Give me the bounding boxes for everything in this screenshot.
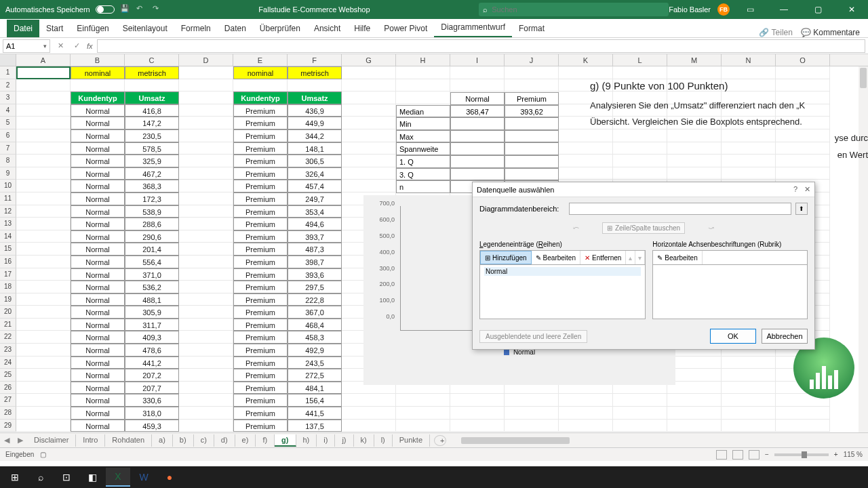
cell[interactable] xyxy=(71,79,125,92)
app-icon-1[interactable]: ◧ xyxy=(80,468,104,487)
cell[interactable] xyxy=(722,407,776,420)
cell[interactable]: 478,6 xyxy=(125,344,179,357)
cell[interactable] xyxy=(559,407,613,420)
cell[interactable] xyxy=(667,420,722,432)
cell[interactable] xyxy=(396,407,450,420)
cell[interactable] xyxy=(179,319,233,331)
cell[interactable] xyxy=(16,256,71,268)
cell[interactable]: Premium xyxy=(233,256,288,268)
tab-hilfe[interactable]: Hilfe xyxy=(347,20,377,37)
cell[interactable] xyxy=(776,167,830,180)
cell[interactable]: 222,8 xyxy=(288,293,342,306)
cell[interactable]: 288,6 xyxy=(125,218,179,230)
sheet-tab[interactable]: i) xyxy=(317,434,335,447)
view-layout-icon[interactable] xyxy=(732,450,743,460)
cell[interactable]: Premium xyxy=(233,104,288,117)
cell[interactable] xyxy=(667,369,722,382)
cell[interactable]: Normal xyxy=(71,142,125,155)
cell[interactable]: metrisch xyxy=(125,66,179,79)
cell[interactable]: Premium xyxy=(233,243,288,256)
cell[interactable]: Umsatz xyxy=(125,92,179,104)
col-n[interactable]: N xyxy=(722,54,776,66)
col-k[interactable]: K xyxy=(559,54,613,66)
cell[interactable] xyxy=(125,79,179,92)
cell[interactable]: Normal xyxy=(71,192,125,205)
cell[interactable] xyxy=(16,92,71,104)
col-j[interactable]: J xyxy=(505,54,559,66)
cell[interactable] xyxy=(505,79,559,92)
cell[interactable]: 468,4 xyxy=(288,319,342,331)
row-header[interactable]: 21 xyxy=(0,319,16,331)
cell[interactable]: 393,6 xyxy=(288,268,342,281)
cell[interactable] xyxy=(179,104,233,117)
cell[interactable] xyxy=(16,407,71,420)
col-d[interactable]: D xyxy=(179,54,233,66)
col-c[interactable]: C xyxy=(125,54,179,66)
edit-axis-button[interactable]: ✎Bearbeiten xyxy=(653,251,702,264)
tab-format[interactable]: Format xyxy=(512,20,551,37)
cell[interactable] xyxy=(342,66,396,79)
search-input[interactable] xyxy=(492,5,665,14)
cell[interactable] xyxy=(16,66,71,79)
series-list[interactable]: Normal xyxy=(479,265,646,319)
cell[interactable] xyxy=(342,407,396,420)
tab-seitenlayout[interactable]: Seitenlayout xyxy=(116,20,174,37)
cell[interactable]: Premium xyxy=(233,306,288,319)
row-header[interactable]: 12 xyxy=(0,205,16,218)
tab-ansicht[interactable]: Ansicht xyxy=(307,20,347,37)
cell[interactable]: Premium xyxy=(233,369,288,382)
cell[interactable]: Normal xyxy=(71,218,125,230)
stats-val[interactable] xyxy=(505,155,559,168)
cell[interactable]: Premium xyxy=(233,331,288,344)
sheet-tab[interactable]: b) xyxy=(173,434,194,447)
stats-label[interactable]: Max xyxy=(396,130,450,143)
stats-val[interactable] xyxy=(505,130,559,143)
cell[interactable] xyxy=(667,394,722,407)
row-header[interactable]: 2 xyxy=(0,79,16,92)
cell[interactable] xyxy=(613,394,667,407)
row-header[interactable]: 25 xyxy=(0,369,16,382)
cell[interactable] xyxy=(179,167,233,180)
cell[interactable]: nominal xyxy=(233,66,288,79)
row-header[interactable]: 19 xyxy=(0,293,16,306)
stats-val[interactable] xyxy=(450,155,505,168)
cell[interactable] xyxy=(16,420,71,432)
cell[interactable]: Normal xyxy=(71,420,125,432)
cell[interactable] xyxy=(722,369,776,382)
close-icon[interactable]: ✕ xyxy=(838,0,865,19)
cell[interactable] xyxy=(613,407,667,420)
cell[interactable] xyxy=(450,66,505,79)
cell[interactable]: 326,4 xyxy=(288,167,342,180)
cell[interactable] xyxy=(233,79,288,92)
move-up-icon[interactable]: ▴ xyxy=(626,251,635,264)
cell[interactable] xyxy=(667,382,722,394)
range-input[interactable] xyxy=(569,203,791,215)
stats-val[interactable]: 368,47 xyxy=(450,105,505,118)
cell[interactable] xyxy=(179,205,233,218)
cell[interactable] xyxy=(16,129,71,142)
row-header[interactable]: 5 xyxy=(0,117,16,129)
cell[interactable] xyxy=(179,293,233,306)
row-header[interactable]: 24 xyxy=(0,357,16,369)
cell[interactable]: Normal xyxy=(71,268,125,281)
col-m[interactable]: M xyxy=(667,54,722,66)
stats-hdr-normal[interactable]: Normal xyxy=(450,92,505,105)
cell[interactable] xyxy=(722,394,776,407)
cell[interactable]: 441,5 xyxy=(288,407,342,420)
cell[interactable]: 207,2 xyxy=(125,369,179,382)
cell[interactable]: 344,2 xyxy=(288,129,342,142)
cell[interactable]: 325,9 xyxy=(125,155,179,167)
cell[interactable]: 467,2 xyxy=(125,167,179,180)
cell[interactable]: 147,2 xyxy=(125,117,179,129)
axis-list[interactable] xyxy=(652,265,808,319)
row-header[interactable]: 9 xyxy=(0,167,16,180)
cell[interactable] xyxy=(16,218,71,230)
row-header[interactable]: 8 xyxy=(0,155,16,167)
sheet-tab[interactable]: Rohdaten xyxy=(105,434,152,447)
col-b[interactable]: B xyxy=(71,54,125,66)
taskview-icon[interactable]: ⊡ xyxy=(54,468,79,487)
cell[interactable]: Normal xyxy=(71,293,125,306)
stats-val[interactable] xyxy=(450,142,505,155)
row-header[interactable]: 17 xyxy=(0,268,16,281)
cell[interactable] xyxy=(342,129,396,142)
